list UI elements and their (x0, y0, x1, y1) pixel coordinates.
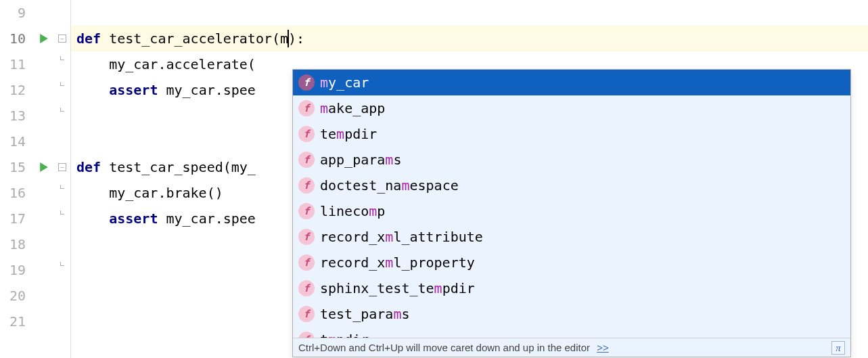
code-line[interactable] (71, 0, 868, 26)
run-markers (34, 0, 54, 358)
run-test-icon[interactable] (34, 154, 54, 180)
fold-toggle-icon[interactable]: − (54, 154, 70, 180)
fold-end-icon (54, 77, 70, 103)
line-number: 17 (0, 206, 26, 231)
code-text: ): (288, 30, 304, 47)
svg-marker-0 (40, 34, 48, 43)
completion-label: tmpdir (320, 327, 369, 338)
completion-label: test_params (320, 301, 409, 327)
completion-label: doctest_namespace (320, 173, 459, 198)
fold-end-icon (54, 51, 70, 77)
field-icon: f (298, 126, 315, 142)
fold-markers: − − (54, 0, 70, 358)
completion-item[interactable]: fapp_params (293, 147, 850, 173)
run-test-icon[interactable] (34, 26, 54, 51)
field-icon: f (298, 332, 315, 338)
field-icon: f (298, 177, 315, 194)
line-numbers: 9 10 11 12 13 14 15 16 17 18 19 20 21 (0, 0, 34, 358)
keyword-def: def (76, 159, 101, 175)
svg-marker-1 (40, 162, 48, 172)
fold-end-icon (54, 103, 70, 129)
hint-text: Ctrl+Down and Ctrl+Up will move caret do… (298, 342, 590, 353)
code-text: my_car.brake() (76, 185, 223, 201)
gutter: 9 10 11 12 13 14 15 16 17 18 19 20 21 (0, 0, 71, 358)
fold-toggle-icon[interactable]: − (54, 26, 70, 51)
line-number: 14 (0, 129, 26, 154)
completion-item[interactable]: ftest_params (293, 301, 850, 327)
line-number: 19 (0, 257, 26, 283)
line-number: 10 (0, 26, 26, 51)
fold-end-icon (54, 257, 70, 283)
keyword-def: def (76, 30, 101, 47)
line-number: 9 (0, 0, 26, 26)
completion-item[interactable]: frecord_xml_property (293, 250, 850, 275)
completion-label: linecomp (320, 198, 385, 224)
code-text: my_car.spee (158, 210, 256, 227)
line-number: 20 (0, 283, 26, 309)
completion-item[interactable]: ftempdir (293, 121, 850, 147)
completion-item[interactable]: fmy_car (293, 70, 850, 95)
code-text: my_car.accelerate( (76, 56, 256, 72)
line-number: 12 (0, 77, 26, 103)
completion-label: make_app (320, 95, 385, 121)
text-caret (288, 30, 289, 47)
completion-label: my_car (320, 70, 369, 95)
keyword-assert: assert (109, 210, 158, 227)
line-number: 11 (0, 51, 26, 77)
completion-item[interactable]: fmake_app (293, 95, 850, 121)
keyword-assert: assert (109, 82, 158, 98)
field-icon: f (298, 229, 315, 245)
completion-hint-bar: Ctrl+Down and Ctrl+Up will move caret do… (293, 338, 850, 357)
fold-end-icon (54, 206, 70, 231)
fold-end-icon (54, 180, 70, 206)
completion-item[interactable]: fsphinx_test_tempdir (293, 275, 850, 301)
pi-icon[interactable]: π (831, 341, 845, 355)
function-name: test_car_accelerator(m (101, 30, 288, 47)
completion-item[interactable]: flinecomp (293, 198, 850, 224)
completion-item[interactable]: fdoctest_namespace (293, 173, 850, 198)
line-number: 21 (0, 309, 26, 334)
hint-link[interactable]: >> (597, 342, 609, 353)
field-icon: f (298, 280, 315, 296)
field-icon: f (298, 152, 315, 168)
line-number: 16 (0, 180, 26, 206)
line-number: 18 (0, 231, 26, 257)
field-icon: f (298, 203, 315, 219)
completion-list[interactable]: fmy_carfmake_appftempdirfapp_paramsfdoct… (293, 70, 850, 338)
line-number: 13 (0, 103, 26, 129)
line-number: 15 (0, 154, 26, 180)
code-text: my_car.spee (158, 82, 256, 98)
completion-item[interactable]: frecord_xml_attribute (293, 224, 850, 250)
field-icon: f (298, 254, 315, 271)
completion-label: record_xml_attribute (320, 224, 483, 250)
completion-label: sphinx_test_tempdir (320, 275, 475, 301)
completion-label: record_xml_property (320, 250, 475, 275)
code-line[interactable]: def test_car_accelerator(m): (71, 26, 868, 51)
field-icon: f (298, 306, 315, 322)
completion-popup[interactable]: fmy_carfmake_appftempdirfapp_paramsfdoct… (292, 69, 851, 357)
field-icon: f (298, 74, 315, 91)
completion-label: app_params (320, 147, 401, 173)
completion-label: tempdir (320, 121, 377, 147)
field-icon: f (298, 100, 315, 116)
function-name: test_car_speed(my_ (101, 159, 256, 175)
completion-item[interactable]: ftmpdir (293, 327, 850, 338)
